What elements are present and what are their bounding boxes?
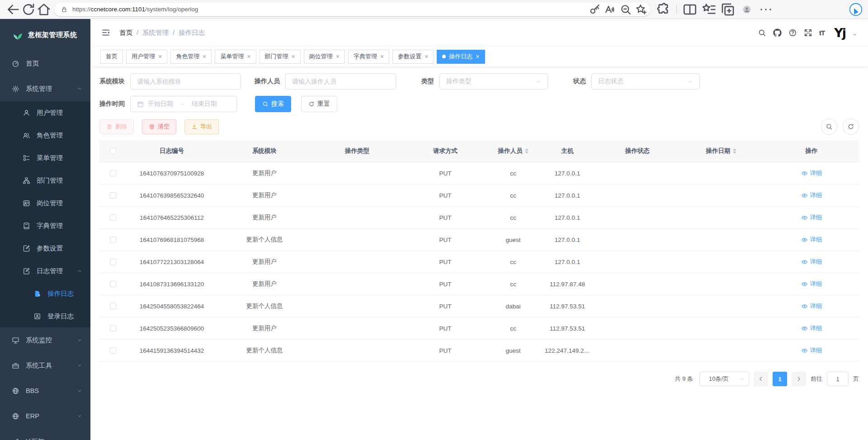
tab-4[interactable]: 部门管理× [259,50,301,64]
tab-close-icon[interactable]: × [425,53,428,60]
module-input[interactable] [130,73,241,90]
collections-icon[interactable] [720,2,736,17]
sidebar-item-15[interactable]: ERP [0,403,90,429]
sidebar-item-11[interactable]: 登录日志 [0,305,90,327]
row-checkbox[interactable] [110,259,116,265]
sidebar-item-3[interactable]: 角色管理 [0,124,90,147]
row-checkbox[interactable] [110,347,116,354]
password-key-icon[interactable] [589,3,601,16]
select-all-checkbox[interactable] [110,148,116,154]
sidebar-item-9[interactable]: 日志管理 [0,260,90,282]
sidebar-item-1[interactable]: 系统管理 [0,76,90,101]
sidebar-fold-icon[interactable] [101,28,110,37]
sidebar-item-14[interactable]: BBS [0,378,90,403]
split-screen-icon[interactable] [682,2,698,17]
sidebar-item-10[interactable]: 操作日志 [0,282,90,305]
help-icon[interactable] [788,28,797,37]
home-icon[interactable] [36,2,52,17]
detail-link[interactable]: 详细 [801,346,822,355]
detail-link[interactable]: 详细 [801,258,822,266]
tab-close-icon[interactable]: × [203,53,206,60]
profile-avatar[interactable] [739,2,755,17]
row-checkbox[interactable] [110,303,116,309]
tab-close-icon[interactable]: × [158,53,162,60]
page-size-select[interactable]: 10条/页 [699,372,749,386]
read-aloud-icon[interactable] [604,3,617,16]
sort-caret-icon[interactable] [733,148,736,154]
sidebar-item-2[interactable]: 用户管理 [0,101,90,124]
sort-caret-icon[interactable] [525,148,528,154]
prev-page-button[interactable] [754,372,768,386]
detail-link[interactable]: 详细 [801,169,822,177]
status-select[interactable]: 日志状态 [591,73,700,90]
search-button[interactable]: 搜索 [255,96,291,112]
reload-icon[interactable] [21,2,36,17]
reset-button[interactable]: 重置 [301,96,337,112]
detail-link[interactable]: 详细 [801,280,822,288]
tab-5[interactable]: 岗位管理× [304,50,345,64]
tab-7[interactable]: 参数设置× [392,50,434,64]
tab-close-icon[interactable]: × [380,53,384,60]
bing-chat-icon[interactable] [849,3,863,16]
row-checkbox[interactable] [110,214,116,221]
tab-close-icon[interactable]: × [476,53,479,60]
github-icon[interactable] [773,28,782,37]
type-select[interactable]: 操作类型 [439,73,548,90]
delete-button[interactable]: 删除 [99,119,134,134]
sidebar-item-0[interactable]: 首页 [0,51,90,76]
row-checkbox[interactable] [110,281,116,287]
date-range-picker[interactable]: 开始日期 - 结束日期 [130,96,237,112]
next-page-button[interactable] [792,372,806,386]
row-checkbox[interactable] [110,170,116,176]
sidebar-item-5[interactable]: 部门管理 [0,169,90,192]
url-text[interactable]: https://ccnetcore.com:1101/system/log/op… [72,6,198,13]
tab-0[interactable]: 首页 [100,50,123,64]
page-1-button[interactable]: 1 [773,372,787,386]
app-logo[interactable]: 意框架管理系统 [0,19,90,51]
tab-1[interactable]: 用户管理× [126,50,167,64]
header-search-icon[interactable] [758,28,766,37]
more-menu-icon[interactable] [758,2,774,17]
breadcrumb-item-0[interactable]: 首页 [119,28,132,37]
chevron-down-icon[interactable] [852,32,857,37]
tab-8[interactable]: 操作日志× [437,50,485,64]
sidebar-item-13[interactable]: 系统工具 [0,353,90,378]
tab-close-icon[interactable]: × [336,53,340,60]
row-checkbox[interactable] [110,325,116,331]
detail-link[interactable]: 详细 [801,213,822,222]
back-icon[interactable] [5,2,21,17]
module-input-field[interactable] [137,78,234,85]
font-size-icon[interactable]: tT [819,29,825,37]
column-header-7[interactable]: 操作日期 [678,147,764,155]
lock-icon[interactable] [61,6,68,13]
favorites-icon[interactable] [701,2,717,17]
sidebar-item-6[interactable]: 岗位管理 [0,192,90,214]
detail-link[interactable]: 详细 [801,302,822,310]
extensions-icon[interactable] [656,2,671,17]
zoom-out-icon[interactable] [619,3,632,16]
detail-link[interactable]: 详细 [801,324,822,332]
row-checkbox[interactable] [110,237,116,243]
tab-3[interactable]: 菜单管理× [215,50,256,64]
sidebar-item-4[interactable]: 菜单管理 [0,147,90,169]
table-refresh-button[interactable] [843,118,859,135]
sidebar-item-8[interactable]: 参数设置 [0,237,90,260]
sidebar-item-7[interactable]: 字典管理 [0,214,90,237]
fullscreen-icon[interactable] [804,28,812,37]
table-search-button[interactable] [821,118,837,135]
tab-close-icon[interactable]: × [292,53,295,60]
address-bar[interactable]: https://ccnetcore.com:1101/system/log/op… [54,3,650,16]
tab-6[interactable]: 字典管理× [348,50,389,64]
operator-input[interactable] [285,73,396,90]
row-checkbox[interactable] [110,192,116,199]
detail-link[interactable]: 详细 [801,191,822,199]
export-button[interactable]: 导出 [184,119,219,134]
detail-link[interactable]: 详细 [801,236,822,244]
sidebar-item-16[interactable]: Yi框架 [0,429,90,440]
favorite-add-icon[interactable] [635,3,647,16]
operator-input-field[interactable] [292,78,389,85]
tab-close-icon[interactable]: × [247,53,250,60]
tab-2[interactable]: 角色管理× [170,50,212,64]
column-header-4[interactable]: 操作人员 [488,147,538,155]
user-avatar[interactable]: Yj [834,26,845,40]
